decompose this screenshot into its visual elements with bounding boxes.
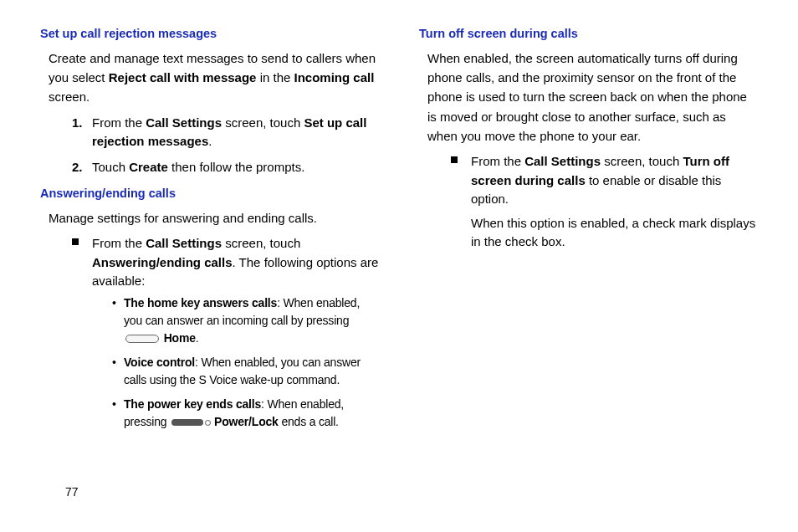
- home-key-icon: [125, 335, 159, 343]
- turnoff-item: From the Call Settings screen, touch Tur…: [451, 152, 758, 252]
- bullet-power-key: The power key ends calls: When enabled, …: [112, 396, 379, 431]
- square-bullet-icon: [451, 156, 458, 163]
- heading-answering: Answering/ending calls: [40, 185, 379, 203]
- page-columns: Set up call rejection messages Create an…: [40, 25, 758, 439]
- square-bullet-icon: [72, 238, 79, 245]
- right-column: Turn off screen during calls When enable…: [419, 25, 758, 439]
- turnoff-item-cont: When this option is enabled, a check mar…: [471, 214, 758, 252]
- heading-turnoff: Turn off screen during calls: [419, 25, 758, 43]
- answering-item: From the Call Settings screen, touch Ans…: [72, 234, 379, 431]
- bullet-home-key: The home key answers calls: When enabled…: [112, 294, 379, 347]
- heading-rejection: Set up call rejection messages: [40, 25, 379, 43]
- answering-intro: Manage settings for answering and ending…: [49, 208, 379, 228]
- page-number: 77: [65, 485, 79, 499]
- turnoff-list: From the Call Settings screen, touch Tur…: [451, 152, 758, 252]
- rejection-steps: 1. From the Call Settings screen, touch …: [72, 114, 379, 177]
- step-2: 2. Touch Create then follow the prompts.: [72, 158, 379, 177]
- answering-sub-bullets: The home key answers calls: When enabled…: [112, 294, 379, 431]
- power-key-icon: [171, 419, 203, 426]
- rejection-intro: Create and manage text messages to send …: [49, 49, 379, 107]
- step-1: 1. From the Call Settings screen, touch …: [72, 114, 379, 151]
- answering-list: From the Call Settings screen, touch Ans…: [72, 234, 379, 431]
- left-column: Set up call rejection messages Create an…: [40, 25, 379, 439]
- turnoff-intro: When enabled, the screen automatically t…: [427, 49, 758, 146]
- bullet-voice-control: Voice control: When enabled, you can ans…: [112, 354, 379, 389]
